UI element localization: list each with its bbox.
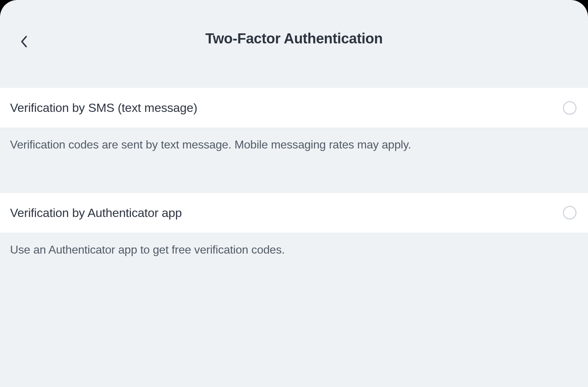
option-authenticator[interactable]: Verification by Authenticator app	[0, 193, 588, 233]
section-gap	[0, 153, 588, 193]
radio-authenticator[interactable]	[563, 206, 577, 220]
option-sms[interactable]: Verification by SMS (text message)	[0, 88, 588, 128]
option-sms-description: Verification codes are sent by text mess…	[0, 128, 588, 153]
back-button[interactable]	[15, 33, 33, 51]
option-sms-label: Verification by SMS (text message)	[10, 101, 197, 115]
option-authenticator-description: Use an Authenticator app to get free ver…	[0, 233, 588, 258]
radio-sms[interactable]	[563, 101, 577, 115]
header: Two-Factor Authentication	[0, 0, 588, 88]
settings-screen: Two-Factor Authentication Verification b…	[0, 0, 588, 387]
option-authenticator-label: Verification by Authenticator app	[10, 206, 182, 220]
page-title: Two-Factor Authentication	[0, 30, 588, 47]
chevron-left-icon	[20, 36, 28, 49]
